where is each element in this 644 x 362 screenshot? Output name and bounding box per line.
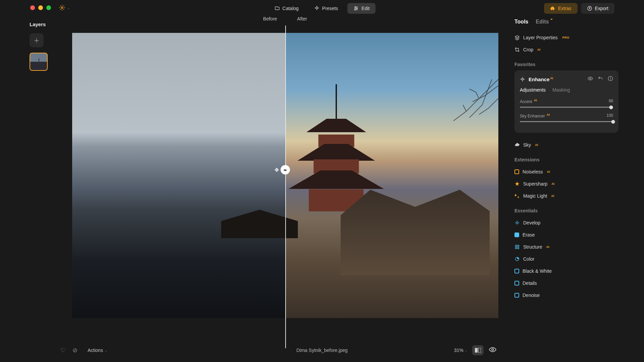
extras-label: Extras [558, 6, 572, 11]
add-layer-button[interactable]: + [30, 33, 44, 47]
upload-icon [587, 6, 592, 11]
favorite-button[interactable]: ♡ [60, 347, 66, 354]
compare-slider-handle[interactable]: ◂▸ [281, 165, 290, 174]
adjustments-tab[interactable]: Adjustments [520, 87, 546, 93]
filename-display: Dima Sytnik_before.jpeg [296, 348, 348, 353]
zoom-value: 31% [454, 348, 463, 353]
split-view-icon [475, 348, 481, 353]
close-window[interactable] [30, 5, 35, 10]
svg-rect-17 [478, 348, 481, 353]
sky-enhancer-value: 100 [606, 113, 613, 118]
edits-indicator-dot [551, 19, 552, 20]
chevron-down-icon: ⌵ [105, 349, 107, 352]
reset-button[interactable] [598, 76, 603, 83]
magic-light-tool[interactable]: Magic LightAI [514, 190, 618, 202]
compare-divider [285, 25, 286, 348]
move-cursor-icon: ✥ [275, 167, 279, 173]
sharp-icon [514, 181, 520, 187]
develop-icon [514, 220, 520, 225]
details-tool[interactable]: Details [514, 277, 618, 289]
image-canvas[interactable]: ✥ ◂▸ [72, 33, 498, 318]
app-menu[interactable]: ⌵ [59, 4, 69, 11]
black-white-tool[interactable]: Black & White [514, 265, 618, 277]
noiseless-tool[interactable]: NoiselessAI [514, 166, 618, 178]
svg-point-13 [356, 8, 357, 9]
structure-icon [514, 244, 520, 250]
edit-label: Edit [361, 6, 369, 11]
svg-line-8 [63, 6, 64, 6]
svg-point-18 [492, 349, 494, 351]
enhance-title: EnhanceAI [529, 76, 584, 82]
app-logo-icon [59, 4, 65, 11]
sliders-icon [353, 6, 359, 11]
svg-point-24 [590, 78, 591, 79]
catalog-tab[interactable]: Catalog [268, 3, 305, 14]
puzzle-icon [550, 6, 555, 11]
extras-button[interactable]: Extras [544, 3, 578, 14]
svg-point-19 [522, 78, 523, 80]
masking-tab[interactable]: Masking [552, 87, 570, 93]
chevron-down-icon: ⌵ [67, 6, 69, 10]
svg-rect-34 [517, 245, 519, 247]
eye-icon [588, 76, 593, 81]
sky-enhancer-label: Sky Enhancer AI [520, 113, 550, 118]
main-canvas-area: Before After ✥ ◂▸ [67, 16, 503, 349]
enhance-icon [520, 76, 525, 82]
sky-tool[interactable]: SkyAI [514, 139, 618, 151]
tools-panel: Tools Edits Layer PropertiesPRO CropAI F… [514, 19, 618, 362]
accent-slider[interactable] [520, 107, 613, 108]
presets-tab[interactable]: Presets [308, 3, 344, 14]
top-navigation: Catalog Presets Edit [268, 3, 376, 14]
svg-rect-33 [515, 245, 517, 247]
layers-panel: Layers + [30, 21, 53, 71]
minimize-window[interactable] [38, 5, 43, 10]
accent-label: Accent AI [520, 99, 537, 104]
erase-tool[interactable]: Erase [514, 229, 618, 241]
svg-line-7 [60, 9, 61, 10]
maximize-window[interactable] [46, 5, 51, 10]
denoise-tool[interactable]: Denoise [514, 289, 618, 301]
compare-labels: Before After [67, 16, 503, 21]
sky-enhancer-slider-knob[interactable] [611, 120, 615, 123]
crop-icon [514, 47, 520, 52]
bw-icon [514, 269, 519, 273]
folder-icon [275, 6, 280, 11]
supersharp-tool[interactable]: SupersharpAI [514, 178, 618, 190]
actions-label: Actions [88, 348, 103, 353]
develop-tool[interactable]: Develop [514, 217, 618, 229]
before-image [72, 33, 285, 318]
zoom-control[interactable]: 31% ⌵ [454, 348, 467, 353]
tools-tab[interactable]: Tools [514, 19, 528, 25]
toggle-visibility-button[interactable] [588, 76, 593, 83]
structure-tool[interactable]: StructureAI [514, 241, 618, 253]
accent-slider-knob[interactable] [609, 105, 613, 109]
cloud-icon [514, 142, 520, 148]
top-right-actions: Extras Export [544, 3, 614, 14]
compare-view-button[interactable] [472, 345, 484, 355]
window-controls [30, 5, 51, 10]
magic-icon [514, 193, 520, 199]
edits-tab[interactable]: Edits [536, 19, 549, 25]
export-button[interactable]: Export [581, 3, 614, 14]
info-button[interactable] [608, 76, 613, 83]
layer-properties-tool[interactable]: Layer PropertiesPRO [514, 32, 618, 44]
enhance-panel: EnhanceAI Adjustments Masking Accent AI … [514, 70, 618, 133]
preview-button[interactable] [489, 347, 496, 354]
reject-button[interactable]: ⊘ [72, 347, 78, 354]
sky-enhancer-slider-row: Sky Enhancer AI 100 [520, 113, 613, 122]
erase-icon [514, 232, 519, 237]
actions-menu[interactable]: Actions ⌵ [88, 348, 107, 353]
layers-icon [514, 35, 520, 40]
crop-tool[interactable]: CropAI [514, 44, 618, 56]
svg-point-0 [61, 7, 63, 9]
accent-slider-row: Accent AI 98 [520, 99, 613, 108]
layer-thumbnail[interactable] [30, 53, 48, 71]
edit-tab[interactable]: Edit [347, 3, 376, 14]
panel-tabs: Tools Edits [514, 19, 618, 25]
sky-enhancer-slider[interactable] [520, 121, 613, 122]
extensions-section: Extensions [514, 157, 618, 162]
accent-value: 98 [609, 99, 613, 104]
color-tool[interactable]: Color [514, 253, 618, 265]
undo-icon [598, 76, 603, 81]
after-label: After [297, 16, 307, 21]
